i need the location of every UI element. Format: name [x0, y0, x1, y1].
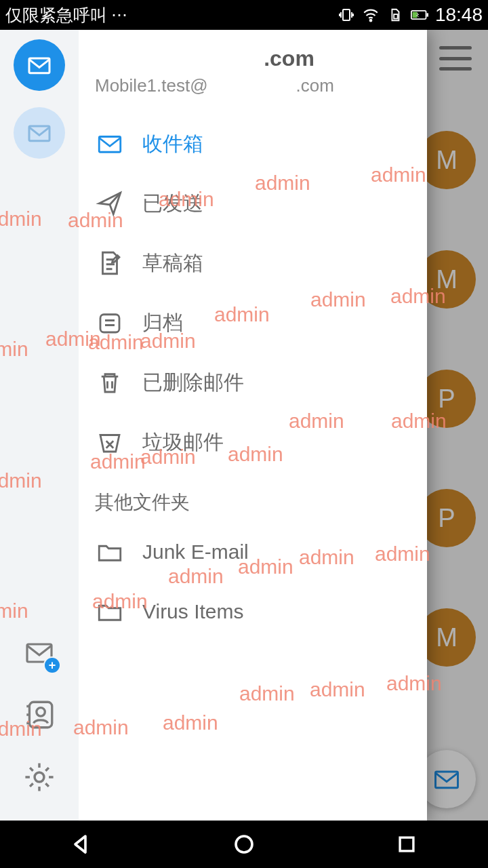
contacts-button[interactable] [20, 696, 58, 734]
drafts-icon [95, 248, 125, 278]
drawer-rail: + [0, 30, 79, 821]
account-title: xxxxxxxxxxxxxx.com [95, 46, 411, 71]
folder-inbox[interactable]: 收件箱 [79, 114, 427, 174]
status-right: 18:48 [338, 4, 483, 26]
account-avatar-primary[interactable] [14, 39, 65, 91]
android-status-bar: 仅限紧急呼叫 ⋯ 18:48 [0, 0, 488, 30]
svg-point-1 [370, 20, 372, 22]
svg-rect-8 [29, 126, 49, 141]
svg-rect-4 [426, 13, 428, 16]
folder-label: 垃圾邮件 [142, 429, 224, 456]
nav-recent-button[interactable] [390, 828, 423, 861]
deleted-icon [95, 368, 125, 397]
svg-rect-0 [343, 9, 350, 20]
account-avatar-secondary[interactable] [14, 107, 65, 159]
sim-icon [386, 6, 404, 24]
folder-deleted[interactable]: 已删除邮件 [79, 353, 427, 412]
folder-label: 草稿箱 [142, 250, 203, 277]
folder-junk-email[interactable]: Junk E-mail [79, 522, 427, 582]
plus-badge-icon: + [45, 658, 60, 673]
settings-button[interactable] [20, 758, 58, 796]
account-email: Mobile1.test@xxxxxxxxxx.com [95, 75, 411, 96]
folder-list: 收件箱已发送草稿箱归档已删除邮件垃圾邮件 [79, 114, 427, 472]
folder-icon [95, 537, 125, 567]
svg-rect-16 [400, 837, 413, 851]
junk-icon [95, 427, 125, 457]
account-header[interactable]: xxxxxxxxxxxxxx.com Mobile1.test@xxxxxxxx… [79, 42, 427, 114]
archive-icon [95, 308, 125, 338]
status-left: 仅限紧急呼叫 ⋯ [5, 4, 129, 26]
nav-back-button[interactable] [65, 828, 98, 861]
svg-rect-13 [99, 137, 121, 153]
other-folder-list: Junk E-mailVirus Items [79, 522, 427, 642]
rail-bottom: + [20, 633, 58, 821]
svg-rect-14 [100, 315, 119, 332]
sent-icon [95, 189, 125, 218]
app-root: MMPPM [0, 30, 488, 821]
navigation-drawer: + [0, 30, 427, 821]
inbox-icon [95, 129, 125, 159]
vibrate-icon [338, 6, 355, 24]
folder-label: 归档 [142, 309, 183, 337]
wifi-icon [362, 6, 380, 24]
nav-home-button[interactable] [228, 828, 260, 861]
svg-point-11 [37, 708, 45, 717]
status-network-text: 仅限紧急呼叫 [5, 4, 107, 26]
folder-label: 已发送 [142, 190, 203, 218]
android-nav-bar [0, 821, 488, 868]
svg-rect-10 [29, 702, 52, 728]
svg-point-12 [35, 772, 44, 782]
folder-icon [95, 597, 125, 627]
folder-label: Virus Items [142, 600, 244, 623]
folder-virus-items[interactable]: Virus Items [79, 582, 427, 642]
folder-label: 已删除邮件 [142, 369, 244, 397]
status-time: 18:48 [435, 4, 483, 26]
svg-rect-7 [29, 58, 49, 73]
folder-junk[interactable]: 垃圾邮件 [79, 412, 427, 472]
folder-sent[interactable]: 已发送 [79, 174, 427, 233]
folder-drafts[interactable]: 草稿箱 [79, 233, 427, 293]
folder-label: 收件箱 [142, 130, 203, 158]
svg-rect-2 [394, 14, 398, 18]
status-more-icon: ⋯ [111, 5, 129, 24]
add-account-button[interactable]: + [20, 633, 58, 671]
folder-archive[interactable]: 归档 [79, 293, 427, 353]
drawer-main: xxxxxxxxxxxxxx.com Mobile1.test@xxxxxxxx… [79, 30, 427, 821]
folder-label: Junk E-mail [142, 540, 249, 564]
battery-icon [411, 6, 428, 24]
other-folders-title: 其他文件夹 [79, 472, 427, 522]
svg-point-15 [236, 836, 252, 852]
